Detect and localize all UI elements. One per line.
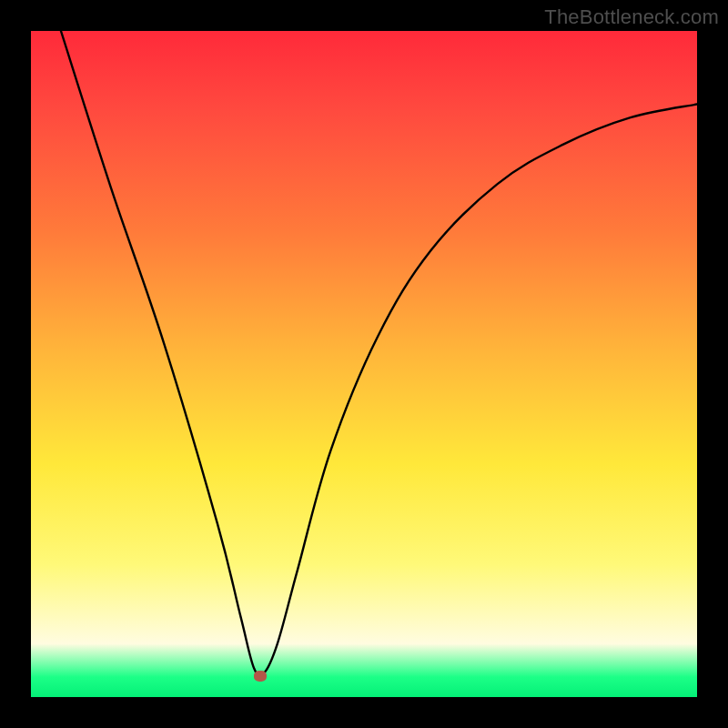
chart-background-gradient xyxy=(31,31,697,697)
watermark-text: TheBottleneck.com xyxy=(544,5,719,29)
chart-frame xyxy=(31,31,697,697)
